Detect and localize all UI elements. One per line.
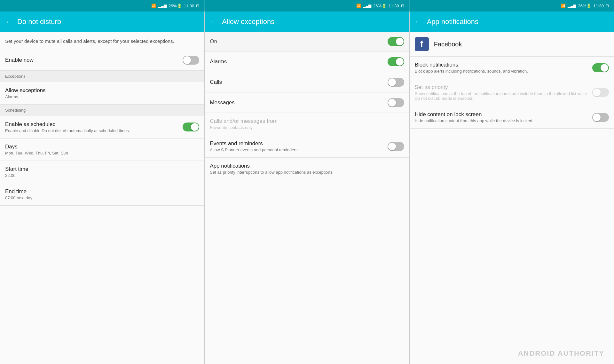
set-priority-toggle (592, 88, 609, 97)
back-button-app-notifications[interactable]: ← (415, 18, 422, 26)
alarms-toggle[interactable] (388, 57, 404, 66)
back-button-dnd[interactable]: ← (5, 18, 12, 26)
calls-messages-from-subtitle: Favourite contacts only (210, 125, 404, 130)
block-notifications-knob (601, 64, 608, 72)
dnd-description: Set your device to mute all calls and al… (0, 32, 204, 50)
status-bar-panel1: 📶 ▂▄▆ 26%🔋 11:30 ⊟ (0, 0, 205, 12)
hide-content-title: Hide content on lock screen (415, 111, 592, 118)
calls-toggle[interactable] (388, 78, 404, 87)
block-notifications-content: Block notifications Block app alerts inc… (415, 62, 592, 74)
panel-body-dnd: Set your device to mute all calls and al… (0, 32, 204, 364)
calls-row[interactable]: Calls (205, 72, 409, 92)
calls-knob (388, 78, 396, 86)
wifi-icon-2: 📶 (356, 4, 361, 8)
exceptions-header: Exceptions (0, 71, 204, 82)
exceptions-on-row[interactable]: On (205, 32, 409, 51)
battery-1: 26%🔋 (169, 4, 182, 8)
start-time-title: Start time (5, 166, 199, 172)
exceptions-on-knob (396, 38, 404, 45)
start-time-content: Start time 22:00 (5, 166, 199, 178)
block-notifications-toggle[interactable] (592, 63, 609, 72)
start-time-row[interactable]: Start time 22:00 (0, 161, 204, 183)
enable-scheduled-toggle[interactable] (183, 123, 199, 131)
calls-messages-from-content: Calls and/or messages from Favourite con… (210, 118, 404, 130)
allow-exceptions-content: Allow exceptions Alarms (5, 87, 199, 99)
signal-icon-2: ▂▄▆ (363, 4, 372, 8)
time-2: 11:30 (389, 4, 399, 8)
enable-scheduled-title: Enable as scheduled (5, 121, 183, 128)
days-subtitle: Mon, Tue, Wed, Thu, Fri, Sat, Sun (5, 151, 199, 155)
facebook-icon: f (415, 37, 429, 51)
signal-icon-1: ▂▄▆ (158, 4, 167, 8)
battery-3: 26%🔋 (578, 4, 591, 8)
events-reminders-row[interactable]: Events and reminders Allow S Planner eve… (205, 135, 409, 158)
toolbar-exceptions: ← Allow exceptions (205, 12, 409, 32)
alarms-title: Alarms (210, 59, 387, 65)
enable-now-toggle[interactable] (183, 56, 199, 65)
panels-container: ← Do not disturb Set your device to mute… (0, 12, 614, 364)
panel-do-not-disturb: ← Do not disturb Set your device to mute… (0, 12, 205, 364)
messages-row[interactable]: Messages (205, 92, 409, 113)
set-priority-row: Set as priority Show notifications at th… (410, 79, 614, 106)
enable-scheduled-row[interactable]: Enable as scheduled Enable and disable D… (0, 116, 204, 138)
toolbar-title-app-notifications: App notifications (427, 18, 478, 26)
events-reminders-toggle[interactable] (388, 142, 404, 151)
set-priority-title: Set as priority (415, 84, 592, 91)
time-3: 11:30 (593, 4, 604, 8)
status-bar: 📶 ▂▄▆ 26%🔋 11:30 ⊟ 📶 ▂▄▆ 26%🔋 11:30 ⊟ 📶 … (0, 0, 614, 12)
enable-scheduled-content: Enable as scheduled Enable and disable D… (5, 121, 183, 133)
set-priority-knob (593, 89, 601, 96)
exceptions-on-toggle[interactable] (388, 37, 404, 46)
screen-icon-2: ⊟ (401, 4, 404, 8)
events-reminders-title: Events and reminders (210, 140, 387, 147)
facebook-app-name: Facebook (434, 41, 462, 48)
battery-2: 26%🔋 (373, 4, 387, 8)
exceptions-on-label: On (210, 38, 387, 45)
days-row[interactable]: Days Mon, Tue, Wed, Thu, Fri, Sat, Sun (0, 138, 204, 161)
end-time-content: End time 07:00 next day (5, 188, 199, 200)
scheduling-header: Scheduling (0, 105, 204, 116)
start-time-subtitle: 22:00 (5, 173, 199, 178)
enable-now-title: Enable now (5, 57, 183, 63)
allow-exceptions-row[interactable]: Allow exceptions Alarms (0, 82, 204, 105)
panel-body-app-notifications: f Facebook Block notifications Block app… (410, 32, 614, 364)
block-notifications-subtitle: Block app alerts including notifications… (415, 69, 592, 74)
alarms-row[interactable]: Alarms (205, 51, 409, 72)
calls-messages-from-title: Calls and/or messages from (210, 118, 404, 124)
end-time-row[interactable]: End time 07:00 next day (0, 183, 204, 206)
messages-knob (388, 99, 396, 107)
end-time-subtitle: 07:00 next day (5, 195, 199, 200)
app-notifications-row[interactable]: App notifications Set as priority interr… (205, 158, 409, 180)
toolbar-title-dnd: Do not disturb (17, 18, 61, 26)
panel-app-notifications: ← App notifications f Facebook Block not… (410, 12, 614, 364)
screen-icon-3: ⊟ (606, 4, 609, 8)
alarms-knob (396, 58, 404, 66)
block-notifications-row[interactable]: Block notifications Block app alerts inc… (410, 57, 614, 79)
enable-scheduled-subtitle: Enable and disable Do not disturb automa… (5, 128, 183, 133)
allow-exceptions-title: Allow exceptions (5, 87, 199, 94)
panel-allow-exceptions: ← Allow exceptions On Alarms (205, 12, 409, 364)
messages-toggle[interactable] (388, 98, 404, 107)
hide-content-row[interactable]: Hide content on lock screen Hide notific… (410, 106, 614, 129)
status-bar-panel3: 📶 ▂▄▆ 26%🔋 11:30 ⊟ (410, 0, 614, 12)
alarms-content: Alarms (210, 59, 387, 65)
events-reminders-knob (388, 143, 396, 150)
enable-now-row[interactable]: Enable now (0, 50, 204, 71)
enable-scheduled-knob (191, 123, 199, 131)
hide-content-toggle[interactable] (592, 113, 609, 122)
hide-content-knob (593, 114, 601, 121)
screen-icon-1: ⊟ (196, 4, 199, 8)
toolbar-dnd: ← Do not disturb (0, 12, 204, 32)
end-time-title: End time (5, 188, 199, 195)
facebook-header-row: f Facebook (410, 32, 614, 57)
block-notifications-title: Block notifications (415, 62, 592, 68)
hide-content-subtitle: Hide notification content from this app … (415, 118, 592, 123)
back-button-exceptions[interactable]: ← (210, 18, 217, 26)
set-priority-subtitle: Show notifications at the top of the not… (415, 91, 592, 101)
calls-messages-from-row[interactable]: Calls and/or messages from Favourite con… (205, 113, 409, 135)
toolbar-title-exceptions: Allow exceptions (222, 18, 274, 26)
panel-body-exceptions: On Alarms Calls (205, 32, 409, 364)
allow-exceptions-subtitle: Alarms (5, 94, 199, 99)
messages-content: Messages (210, 99, 387, 106)
enable-now-knob (183, 56, 191, 64)
